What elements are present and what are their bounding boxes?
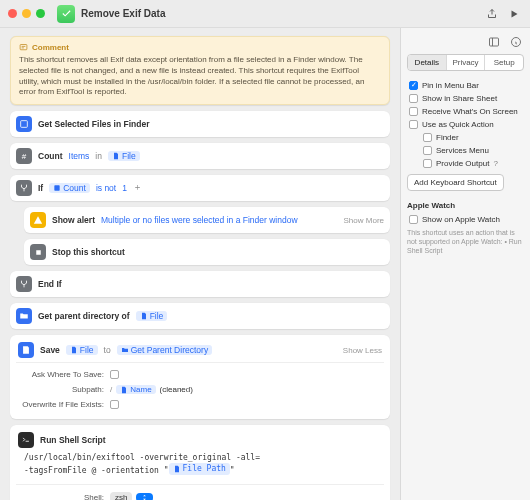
svg-rect-2 bbox=[55, 186, 60, 191]
overwrite-toggle[interactable] bbox=[110, 400, 119, 409]
comment-heading: Comment bbox=[32, 43, 69, 52]
shell-chevron-icon[interactable] bbox=[136, 493, 153, 500]
action-save-file[interactable]: Save File to Get Parent Directory Show L… bbox=[10, 335, 390, 419]
label-subpath: Subpath: bbox=[18, 385, 104, 394]
share-sheet-check[interactable] bbox=[409, 94, 418, 103]
quick-action-check[interactable] bbox=[409, 120, 418, 129]
show-on-watch-check[interactable] bbox=[409, 215, 418, 224]
shell-select[interactable]: zsh bbox=[110, 492, 132, 500]
tab-setup[interactable]: Setup bbox=[485, 55, 523, 70]
label-to: to bbox=[104, 345, 111, 355]
action-if[interactable]: If Count is not 1 ＋ bbox=[10, 175, 390, 201]
svg-rect-3 bbox=[36, 250, 41, 255]
finder-check[interactable] bbox=[423, 133, 432, 142]
subpath-suffix[interactable]: (cleaned) bbox=[160, 385, 193, 394]
add-icon[interactable]: ＋ bbox=[133, 182, 142, 194]
tab-privacy[interactable]: Privacy bbox=[447, 55, 486, 70]
inspector-tabs[interactable]: Details Privacy Setup bbox=[407, 54, 524, 71]
alert-message[interactable]: Multiple or no files were selected in a … bbox=[101, 215, 298, 225]
watch-note: This shortcut uses an action that is not… bbox=[407, 228, 524, 255]
branch-icon bbox=[16, 276, 32, 292]
label-services: Services Menu bbox=[436, 146, 489, 155]
action-label: Get parent directory of bbox=[38, 311, 130, 321]
action-get-parent-dir[interactable]: Get parent directory of File bbox=[10, 303, 390, 329]
pin-menu-bar-check[interactable] bbox=[409, 81, 418, 90]
action-label: Show alert bbox=[52, 215, 95, 225]
show-less[interactable]: Show Less bbox=[343, 346, 382, 355]
provide-output-check[interactable] bbox=[423, 159, 432, 168]
count-icon: # bbox=[16, 148, 32, 164]
alert-icon bbox=[30, 212, 46, 228]
action-end-if[interactable]: End If bbox=[10, 271, 390, 297]
apple-watch-heading: Apple Watch bbox=[407, 201, 524, 210]
condition[interactable]: is not bbox=[96, 183, 116, 193]
comment-block[interactable]: Comment This shortcut removes all Exif d… bbox=[10, 36, 390, 105]
branch-icon bbox=[16, 180, 32, 196]
titlebar: Remove Exif Data bbox=[0, 0, 530, 28]
svg-rect-1 bbox=[21, 121, 28, 128]
label-quick: Use as Quick Action bbox=[422, 120, 494, 129]
label-receive: Receive What's On Screen bbox=[422, 107, 518, 116]
window-title: Remove Exif Data bbox=[81, 8, 165, 19]
token-file[interactable]: File bbox=[66, 345, 98, 355]
stop-icon bbox=[30, 244, 46, 260]
action-show-alert[interactable]: Show alert Multiple or no files were sel… bbox=[24, 207, 390, 233]
comment-text: This shortcut removes all Exif data exce… bbox=[19, 55, 381, 98]
services-check[interactable] bbox=[423, 146, 432, 155]
run-icon[interactable] bbox=[506, 6, 522, 22]
close-icon[interactable] bbox=[8, 9, 17, 18]
action-get-selected-files[interactable]: Get Selected Files in Finder bbox=[10, 111, 390, 137]
action-label: Save bbox=[40, 345, 60, 355]
info-icon[interactable] bbox=[508, 34, 524, 50]
action-run-shell-script[interactable]: Run Shell Script /usr/local/bin/exiftool… bbox=[10, 425, 390, 500]
label-overwrite: Overwrite If File Exists: bbox=[18, 400, 104, 409]
svg-rect-0 bbox=[20, 45, 27, 50]
token-file[interactable]: File bbox=[136, 311, 168, 321]
inspector-sidebar: Details Privacy Setup Pin in Menu Bar Sh… bbox=[400, 28, 530, 500]
finder-icon bbox=[16, 116, 32, 132]
action-label: End If bbox=[38, 279, 62, 289]
sidebar-toggle-icon[interactable] bbox=[486, 34, 502, 50]
terminal-icon bbox=[18, 432, 34, 448]
tab-details[interactable]: Details bbox=[408, 55, 447, 70]
shortcut-app-icon bbox=[57, 5, 75, 23]
action-stop[interactable]: Stop this shortcut bbox=[24, 239, 390, 265]
receive-screen-check[interactable] bbox=[409, 107, 418, 116]
label-in: in bbox=[95, 151, 102, 161]
share-icon[interactable] bbox=[484, 6, 500, 22]
label-share: Show in Share Sheet bbox=[422, 94, 497, 103]
add-keyboard-shortcut-button[interactable]: Add Keyboard Shortcut bbox=[407, 174, 504, 191]
ask-where-toggle[interactable] bbox=[110, 370, 119, 379]
shell-script-body[interactable]: /usr/local/bin/exiftool -overwrite_origi… bbox=[18, 448, 382, 480]
minimize-icon[interactable] bbox=[22, 9, 31, 18]
token-name[interactable]: Name bbox=[116, 385, 155, 394]
label-ask-where: Ask Where To Save: bbox=[18, 370, 104, 379]
token-file[interactable]: File bbox=[108, 151, 140, 161]
svg-rect-5 bbox=[490, 38, 499, 46]
main-editor: Comment This shortcut removes all Exif d… bbox=[0, 28, 400, 500]
label-shell: Shell: bbox=[18, 493, 104, 500]
label-pin: Pin in Menu Bar bbox=[422, 81, 479, 90]
token-file-path[interactable]: File Path bbox=[169, 463, 230, 474]
token-items[interactable]: Items bbox=[69, 151, 90, 161]
action-label: If bbox=[38, 183, 43, 193]
save-icon bbox=[18, 342, 34, 358]
action-label: Stop this shortcut bbox=[52, 247, 125, 257]
action-label: Count bbox=[38, 151, 63, 161]
action-label: Get Selected Files in Finder bbox=[38, 119, 149, 129]
token-count[interactable]: Count bbox=[49, 183, 90, 193]
label-finder: Finder bbox=[436, 133, 459, 142]
show-more[interactable]: Show More bbox=[344, 216, 384, 225]
traffic-lights[interactable] bbox=[8, 9, 45, 18]
action-label: Run Shell Script bbox=[40, 435, 106, 445]
label-provide: Provide Output bbox=[436, 159, 489, 168]
value[interactable]: 1 bbox=[122, 183, 127, 193]
action-count[interactable]: # Count Items in File bbox=[10, 143, 390, 169]
folder-icon bbox=[16, 308, 32, 324]
help-icon[interactable]: ? bbox=[493, 159, 497, 168]
label-watch: Show on Apple Watch bbox=[422, 215, 500, 224]
zoom-icon[interactable] bbox=[36, 9, 45, 18]
token-parent-dir[interactable]: Get Parent Directory bbox=[117, 345, 212, 355]
